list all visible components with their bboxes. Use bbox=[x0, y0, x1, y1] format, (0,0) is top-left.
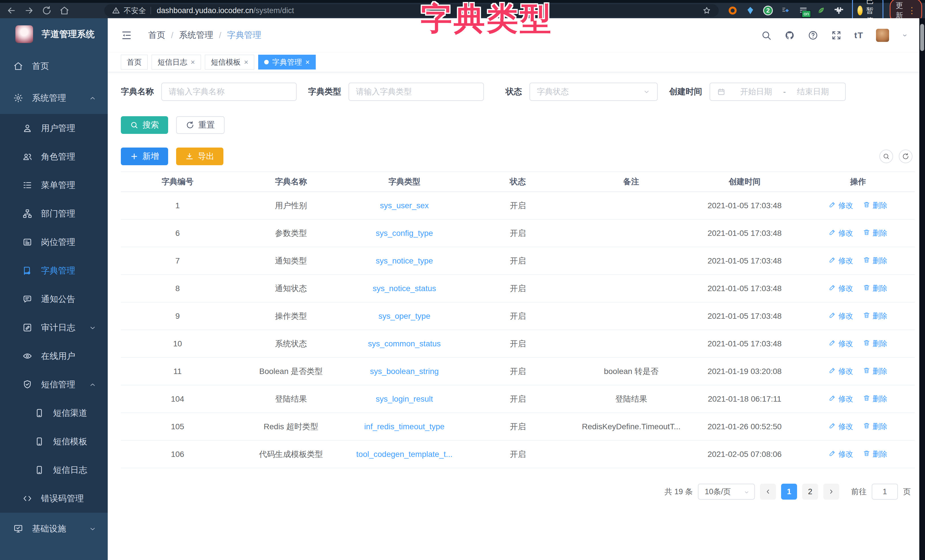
edit-link[interactable]: 修改 bbox=[829, 366, 853, 376]
sidebar-item-12[interactable]: 短信渠道 bbox=[0, 399, 108, 427]
edit-link[interactable]: 修改 bbox=[829, 200, 853, 211]
edit-link[interactable]: 修改 bbox=[829, 449, 853, 459]
cell-type-link[interactable]: sys_user_sex bbox=[348, 192, 461, 219]
cell-type-link[interactable]: sys_oper_type bbox=[348, 302, 461, 330]
dict-type-input[interactable]: 请输入字典类型 bbox=[348, 83, 484, 101]
delete-link[interactable]: 删除 bbox=[863, 339, 887, 349]
forward-icon[interactable] bbox=[24, 5, 34, 16]
extension-diamond-icon[interactable] bbox=[780, 5, 791, 16]
page-number-1[interactable]: 1 bbox=[781, 484, 797, 500]
edit-link[interactable]: 修改 bbox=[829, 339, 853, 349]
url-path[interactable]: /system/dict bbox=[253, 6, 294, 15]
sidebar-item-8[interactable]: 通知公告 bbox=[0, 285, 108, 313]
delete-link[interactable]: 删除 bbox=[863, 283, 887, 294]
sidebar-item-14[interactable]: 短信日志 bbox=[0, 456, 108, 484]
delete-link[interactable]: 删除 bbox=[863, 311, 887, 321]
sidebar-item-11[interactable]: 短信管理 bbox=[0, 370, 108, 399]
delete-link[interactable]: 删除 bbox=[863, 228, 887, 238]
extension-leaf-icon[interactable] bbox=[816, 5, 826, 16]
sidebar-item-7[interactable]: 字典管理 bbox=[0, 256, 108, 285]
edit-link[interactable]: 修改 bbox=[829, 311, 853, 321]
page-size-select[interactable]: 10条/页 bbox=[698, 484, 755, 500]
search-button[interactable]: 搜索 bbox=[121, 116, 168, 134]
sidebar-item-3[interactable]: 角色管理 bbox=[0, 142, 108, 171]
reset-button[interactable]: 重置 bbox=[176, 116, 224, 134]
edit-link[interactable]: 修改 bbox=[829, 256, 853, 266]
sidebar-item-16[interactable]: 基础设施 bbox=[0, 513, 108, 545]
status-select[interactable]: 字典状态 bbox=[529, 83, 658, 101]
security-label[interactable]: 不安全 bbox=[124, 6, 146, 16]
scrollbar-thumb[interactable] bbox=[920, 24, 924, 51]
bookmark-star-icon[interactable] bbox=[702, 6, 711, 15]
home-nav-icon[interactable] bbox=[59, 5, 69, 16]
delete-link[interactable]: 删除 bbox=[863, 256, 887, 266]
tab-1[interactable]: 短信日志× bbox=[152, 55, 201, 69]
start-date[interactable]: 开始日期 bbox=[731, 86, 781, 97]
tab-3[interactable]: 字典管理× bbox=[258, 55, 315, 69]
tab-0[interactable]: 首页 bbox=[121, 55, 148, 69]
refresh-button[interactable] bbox=[899, 149, 913, 163]
close-icon[interactable]: × bbox=[191, 59, 195, 66]
breadcrumb-system[interactable]: 系统管理 bbox=[179, 29, 213, 41]
cell-type-link[interactable]: inf_redis_timeout_type bbox=[348, 413, 461, 440]
sidebar-item-10[interactable]: 在线用户 bbox=[0, 342, 108, 370]
end-date[interactable]: 结束日期 bbox=[788, 86, 838, 97]
delete-link[interactable]: 删除 bbox=[863, 366, 887, 376]
cell-type-link[interactable]: sys_config_type bbox=[348, 219, 461, 247]
cell-type-link[interactable]: sys_boolean_string bbox=[348, 357, 461, 385]
cell-type-link[interactable]: tool_codegen_template_t... bbox=[348, 440, 461, 468]
sidebar-item-1[interactable]: 系统管理 bbox=[0, 82, 108, 114]
close-icon[interactable]: × bbox=[244, 59, 248, 66]
app-logo[interactable]: 芋道管理系统 bbox=[0, 18, 108, 50]
search-icon[interactable] bbox=[761, 30, 772, 41]
user-avatar[interactable] bbox=[876, 29, 889, 42]
sidebar-item-2[interactable]: 用户管理 bbox=[0, 114, 108, 142]
github-icon[interactable] bbox=[784, 30, 795, 41]
delete-link[interactable]: 删除 bbox=[863, 422, 887, 432]
cell-type-link[interactable]: sys_notice_type bbox=[348, 247, 461, 275]
sidebar-item-9[interactable]: 审计日志 bbox=[0, 313, 108, 342]
next-page-button[interactable] bbox=[823, 484, 839, 500]
edit-link[interactable]: 修改 bbox=[829, 283, 853, 294]
sidebar-item-0[interactable]: 首页 bbox=[0, 50, 108, 82]
extension-ring-icon[interactable] bbox=[727, 5, 738, 16]
page-number-2[interactable]: 2 bbox=[802, 484, 818, 500]
sidebar-item-13[interactable]: 短信模板 bbox=[0, 427, 108, 456]
help-icon[interactable] bbox=[807, 30, 818, 41]
date-range-picker[interactable]: 开始日期 - 结束日期 bbox=[710, 83, 846, 101]
extension-list-icon[interactable]: on bbox=[798, 5, 809, 16]
dict-name-input[interactable]: 请输入字典名称 bbox=[161, 83, 297, 101]
extension-gem-icon[interactable] bbox=[745, 5, 756, 16]
sidebar-item-15[interactable]: 错误码管理 bbox=[0, 484, 108, 513]
reload-icon[interactable] bbox=[42, 5, 52, 16]
cell-type-link[interactable]: sys_notice_status bbox=[348, 275, 461, 302]
cell-type-link[interactable]: sys_common_status bbox=[348, 330, 461, 357]
url-domain[interactable]: dashboard.yudao.iocoder.cn bbox=[157, 6, 253, 15]
tab-2[interactable]: 短信模板× bbox=[205, 55, 254, 69]
hide-search-button[interactable] bbox=[880, 149, 893, 163]
prev-page-button[interactable] bbox=[760, 484, 776, 500]
scrollbar-track[interactable] bbox=[919, 18, 925, 560]
back-icon[interactable] bbox=[6, 5, 17, 16]
sidebar-item-6[interactable]: 岗位管理 bbox=[0, 228, 108, 256]
collapse-sidebar-icon[interactable] bbox=[121, 30, 132, 41]
fullscreen-icon[interactable] bbox=[831, 30, 842, 41]
extension-avatar-badge[interactable]: 2 bbox=[762, 5, 773, 16]
edit-link[interactable]: 修改 bbox=[829, 422, 853, 432]
chrome-menu-icon[interactable]: ⋮ bbox=[908, 6, 916, 15]
cell-type-link[interactable]: sys_login_result bbox=[348, 385, 461, 413]
close-icon[interactable]: × bbox=[305, 59, 309, 66]
sidebar-item-4[interactable]: 菜单管理 bbox=[0, 171, 108, 199]
font-size-icon[interactable]: tT bbox=[854, 30, 863, 40]
chevron-down-icon[interactable] bbox=[902, 32, 908, 38]
sidebar-item-5[interactable]: 部门管理 bbox=[0, 199, 108, 228]
delete-link[interactable]: 删除 bbox=[863, 449, 887, 459]
breadcrumb-home[interactable]: 首页 bbox=[148, 29, 165, 41]
extensions-puzzle-icon[interactable] bbox=[833, 5, 844, 16]
delete-link[interactable]: 删除 bbox=[863, 394, 887, 404]
goto-page-input[interactable]: 1 bbox=[872, 484, 898, 500]
edit-link[interactable]: 修改 bbox=[829, 228, 853, 238]
edit-link[interactable]: 修改 bbox=[829, 394, 853, 404]
export-button[interactable]: 导出 bbox=[176, 148, 223, 165]
add-button[interactable]: 新增 bbox=[121, 148, 168, 165]
